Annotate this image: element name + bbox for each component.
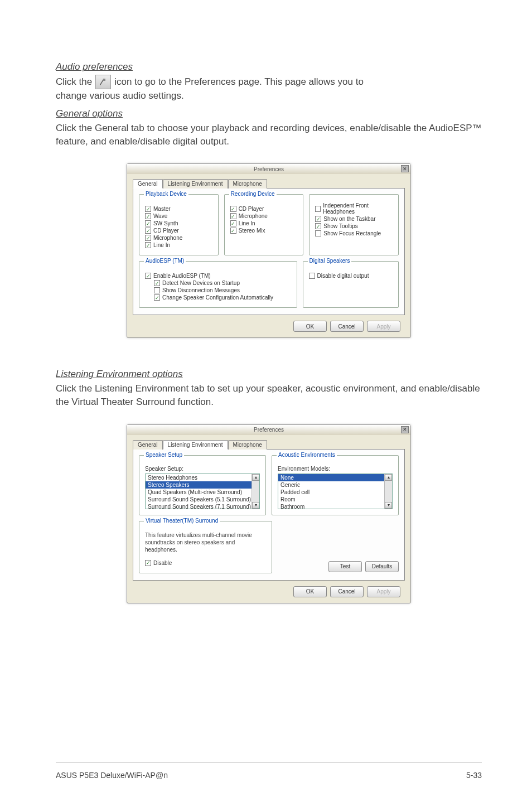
tab-general[interactable]: General <box>133 440 163 450</box>
list-item[interactable]: Room <box>278 496 392 503</box>
env-models-listbox[interactable]: NoneGenericPadded cellRoomBathroom ▴ ▾ <box>278 474 393 509</box>
scrollbar[interactable]: ▴ ▾ <box>252 474 259 509</box>
audioesp-group: AudioESP (TM) ✓Enable AudioESP (TM)✓Dete… <box>139 261 297 308</box>
defaults-button[interactable]: Defaults <box>365 561 399 572</box>
audioesp-checkbox[interactable]: ✓Change Speaker Configuration Automatica… <box>154 294 291 301</box>
playback-checkbox[interactable]: ✓Line In <box>145 242 212 248</box>
list-item[interactable]: Padded cell <box>278 489 392 496</box>
playback-checkbox[interactable]: ✓Wave <box>145 213 212 219</box>
scroll-up-icon[interactable]: ▴ <box>252 474 259 481</box>
checkbox-icon: ✓ <box>145 242 151 248</box>
playback-checkbox[interactable]: ✓CD Player <box>145 228 212 234</box>
checkbox-icon: ✓ <box>145 235 151 241</box>
text-icon-to-go: icon to go to the Preferences page. This… <box>114 75 364 89</box>
checkbox-icon: ✓ <box>145 560 151 566</box>
playback-checkbox[interactable]: ✓Master <box>145 206 212 212</box>
audio-preferences-heading: Audio preferences <box>56 61 482 73</box>
checkbox-label: Show on the Taskbar <box>323 216 375 222</box>
tab-listening-environment[interactable]: Listening Environment <box>163 179 228 189</box>
playback-legend: Playback Device <box>144 191 188 197</box>
apply-button[interactable]: Apply <box>367 586 400 597</box>
checkbox-icon <box>309 273 315 279</box>
checkbox-label: CD Player <box>153 228 179 234</box>
ok-button[interactable]: OK <box>293 586 327 597</box>
checkbox-label: Change Speaker Configuration Automatical… <box>162 294 273 301</box>
tab-microphone[interactable]: Microphone <box>228 179 267 189</box>
checkbox-icon: ✓ <box>145 273 151 279</box>
checkbox-icon: ✓ <box>145 206 151 212</box>
digital-speakers-group: Digital Speakers Disable digital output <box>303 261 399 308</box>
close-icon[interactable]: ✕ <box>401 165 409 172</box>
tab-bar: General Listening Environment Microphone <box>133 440 405 450</box>
dialog-title: Preferences <box>254 166 284 172</box>
list-item[interactable]: Bathroom <box>278 503 392 509</box>
playback-device-group: Playback Device ✓Master✓Wave✓SW Synth✓CD… <box>139 194 219 255</box>
checkbox-icon: ✓ <box>145 213 151 219</box>
option-checkbox[interactable]: ✓Show on the Taskbar <box>315 216 393 222</box>
tab-panel-listening: Speaker Setup Speaker Setup: Stereo Head… <box>133 449 405 581</box>
cancel-button[interactable]: Cancel <box>330 321 364 332</box>
dialog-title: Preferences <box>254 427 284 433</box>
checkbox-label: Disable digital output <box>317 273 369 279</box>
list-item[interactable]: Quad Speakers (Multi-drive Surround) <box>146 489 259 496</box>
scroll-up-icon[interactable]: ▴ <box>385 474 392 481</box>
list-item[interactable]: Surround Sound Speakers (5.1 Surround) <box>146 496 259 503</box>
checkbox-icon: ✓ <box>230 213 236 219</box>
audioesp-checkbox[interactable]: ✓Detect New Devices on Startup <box>154 280 291 286</box>
checkbox-icon: ✓ <box>154 294 160 301</box>
list-item[interactable]: Stereo Speakers <box>146 481 259 489</box>
checkbox-label: SW Synth <box>153 220 178 226</box>
general-options-body: Click the General tab to choose your pla… <box>56 122 482 148</box>
recording-legend: Recording Device <box>229 191 277 197</box>
disable-checkbox[interactable]: ✓ Disable <box>145 560 266 566</box>
checkbox-icon: ✓ <box>154 280 160 286</box>
list-item[interactable]: Generic <box>278 481 392 489</box>
checkbox-label: CD Player <box>239 206 264 212</box>
option-checkbox[interactable]: Independent Front Headphones <box>315 202 393 215</box>
apply-button[interactable]: Apply <box>367 321 400 332</box>
list-item[interactable]: Surround Sound Speakers (7.1 Surround) <box>146 503 259 509</box>
checkbox-label: Show Focus Rectangle <box>323 230 381 236</box>
list-item[interactable]: Stereo Headphones <box>146 474 259 481</box>
checkbox-icon: ✓ <box>145 228 151 234</box>
recording-checkbox[interactable]: ✓Line In <box>230 220 298 226</box>
tab-listening-environment[interactable]: Listening Environment <box>163 440 228 450</box>
virtual-theater-group: Virtual Theater(TM) Surround This featur… <box>139 521 272 573</box>
list-item[interactable]: None <box>278 474 392 481</box>
digital-checkbox[interactable]: Disable digital output <box>309 273 393 279</box>
tab-microphone[interactable]: Microphone <box>228 440 267 450</box>
checkbox-label: Microphone <box>239 213 268 219</box>
audioesp-checkbox[interactable]: Show Disconnection Messages <box>154 287 291 293</box>
checkbox-icon: ✓ <box>315 223 321 229</box>
footer-left: ASUS P5E3 Deluxe/WiFi-AP@n <box>56 771 168 780</box>
dialog-button-row: OK Cancel Apply <box>133 586 405 597</box>
svg-rect-0 <box>103 79 105 81</box>
playback-checkbox[interactable]: ✓SW Synth <box>145 220 212 226</box>
playback-checkbox[interactable]: ✓Microphone <box>145 235 212 241</box>
cancel-button[interactable]: Cancel <box>330 586 364 597</box>
checkbox-icon <box>154 287 160 293</box>
tab-general[interactable]: General <box>133 179 163 189</box>
checkbox-label: Wave <box>153 213 167 219</box>
option-checkbox[interactable]: ✓Show Tooltips <box>315 223 393 229</box>
scroll-down-icon[interactable]: ▾ <box>252 502 259 509</box>
close-icon[interactable]: ✕ <box>401 426 409 433</box>
audio-preferences-line2: change various audio settings. <box>56 89 482 103</box>
ok-button[interactable]: OK <box>293 321 327 332</box>
checkbox-icon <box>315 206 321 212</box>
scrollbar[interactable]: ▴ ▾ <box>384 474 392 509</box>
speaker-setup-listbox[interactable]: Stereo HeadphonesStereo SpeakersQuad Spe… <box>145 474 260 509</box>
checkbox-label: Microphone <box>153 235 182 241</box>
footer-rule <box>56 762 482 763</box>
recording-checkbox[interactable]: ✓CD Player <box>230 206 298 212</box>
audioesp-checkbox[interactable]: ✓Enable AudioESP (TM) <box>145 273 291 279</box>
test-button[interactable]: Test <box>328 561 362 572</box>
recording-checkbox[interactable]: ✓Stereo Mix <box>230 228 298 234</box>
scroll-down-icon[interactable]: ▾ <box>385 502 392 509</box>
option-checkbox[interactable]: Show Focus Rectangle <box>315 230 393 236</box>
checkbox-icon: ✓ <box>230 220 236 226</box>
dialog-titlebar: Preferences ✕ <box>127 164 410 174</box>
recording-checkbox[interactable]: ✓Microphone <box>230 213 298 219</box>
virtual-theater-desc: This feature virtualizes multi-channel m… <box>145 532 266 553</box>
speaker-setup-group: Speaker Setup Speaker Setup: Stereo Head… <box>139 455 266 515</box>
